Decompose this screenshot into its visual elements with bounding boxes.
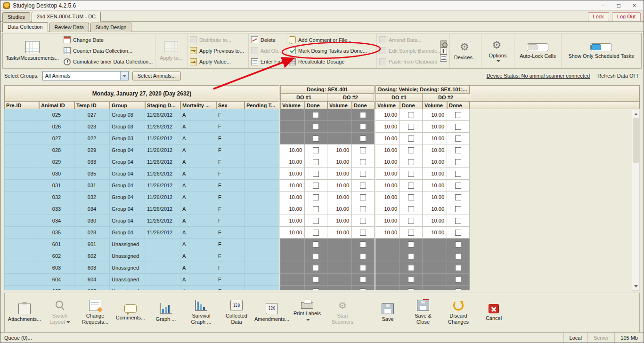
- cell-mortality[interactable]: A: [180, 262, 216, 274]
- cell-dose-volume[interactable]: [280, 109, 305, 121]
- cell-pending-tasks[interactable]: [245, 227, 279, 239]
- cell-group[interactable]: Group 04: [110, 168, 145, 180]
- cell-dose-done[interactable]: [400, 121, 423, 133]
- cell-dose-done[interactable]: [447, 121, 470, 133]
- cell-pending-tasks[interactable]: [245, 239, 279, 250]
- cell-temp-id[interactable]: 032: [74, 191, 110, 203]
- table-row[interactable]: 027022Group 0311/26/2012AF10.0010.00: [4, 133, 640, 144]
- cell-group[interactable]: Unassigned: [110, 239, 145, 250]
- table-row[interactable]: 604604UnassignedAF: [4, 274, 640, 286]
- done-checkbox[interactable]: [313, 265, 319, 271]
- cell-group[interactable]: Group 04: [110, 156, 145, 168]
- cell-dose-volume[interactable]: 10.00: [423, 133, 447, 144]
- cell-dose-volume[interactable]: 10.00: [327, 144, 352, 156]
- cell-group[interactable]: Unassigned: [110, 274, 145, 286]
- cell-pre-id[interactable]: [4, 215, 39, 227]
- cell-dose-volume[interactable]: 10.00: [423, 203, 447, 215]
- cell-pending-tasks[interactable]: [245, 250, 279, 262]
- cell-dose-done[interactable]: [447, 168, 470, 180]
- delete-button[interactable]: Delete: [251, 35, 284, 45]
- cell-animal-id[interactable]: 026: [39, 121, 74, 133]
- add-comment-or-file-button[interactable]: Add Comment or File...: [289, 35, 374, 45]
- cell-group[interactable]: Unassigned: [110, 286, 145, 290]
- table-row[interactable]: 603603UnassignedAF: [4, 262, 640, 274]
- table-row[interactable]: 025027Group 0311/26/2012AF10.0010.00: [4, 109, 640, 121]
- cell-pending-tasks[interactable]: [245, 180, 279, 191]
- bottom-graph-button[interactable]: Graph ...: [151, 303, 181, 322]
- devices-button[interactable]: Devices...: [454, 41, 477, 60]
- cell-dose-volume[interactable]: 10.00: [375, 180, 400, 191]
- cell-dose-done[interactable]: [400, 215, 423, 227]
- cell-dose-done[interactable]: [352, 144, 375, 156]
- done-checkbox[interactable]: [360, 265, 366, 271]
- cell-dose-done[interactable]: [447, 180, 470, 191]
- cell-dose-volume[interactable]: 10.00: [280, 144, 305, 156]
- done-checkbox[interactable]: [408, 194, 414, 200]
- cell-dose-volume[interactable]: [423, 262, 447, 274]
- cell-dose-volume[interactable]: [280, 274, 305, 286]
- cell-dose-done[interactable]: [352, 250, 375, 262]
- cell-animal-id[interactable]: 601: [39, 239, 74, 250]
- cell-temp-id[interactable]: 035: [74, 168, 110, 180]
- done-checkbox[interactable]: [360, 183, 366, 189]
- cell-staging-date[interactable]: 11/26/2012: [145, 109, 180, 121]
- done-checkbox[interactable]: [408, 218, 414, 224]
- cell-animal-id[interactable]: 605: [39, 286, 74, 290]
- camera-icon[interactable]: [440, 40, 447, 48]
- cell-dose-volume[interactable]: [280, 133, 305, 144]
- cell-pending-tasks[interactable]: [245, 286, 279, 290]
- cell-animal-id[interactable]: 025: [39, 109, 74, 121]
- bottom-print-labels-button[interactable]: Print Labels: [292, 302, 322, 322]
- cell-dose-volume[interactable]: 10.00: [280, 156, 305, 168]
- cell-dose-volume[interactable]: [327, 286, 352, 290]
- col-header-group[interactable]: Group: [110, 101, 145, 109]
- cell-dose-done[interactable]: [305, 121, 327, 133]
- cell-dose-volume[interactable]: [327, 239, 352, 250]
- col-header-done[interactable]: Done: [447, 101, 470, 109]
- tab-studies[interactable]: Studies: [2, 12, 30, 22]
- cell-dose-volume[interactable]: 10.00: [423, 215, 447, 227]
- cell-pre-id[interactable]: [4, 286, 39, 290]
- cell-dose-done[interactable]: [447, 109, 470, 121]
- done-checkbox[interactable]: [313, 194, 319, 200]
- cell-sex[interactable]: F: [216, 262, 245, 274]
- cell-staging-date[interactable]: 11/26/2012: [145, 156, 180, 168]
- counter-data-collection-button[interactable]: Counter Data Collection...: [64, 46, 153, 56]
- cell-dose-volume[interactable]: 10.00: [280, 180, 305, 191]
- cell-animal-id[interactable]: 029: [39, 156, 74, 168]
- vertical-scrollbar[interactable]: [632, 110, 640, 291]
- maximize-button[interactable]: □: [617, 2, 620, 9]
- cell-dose-volume[interactable]: [327, 274, 352, 286]
- table-row[interactable]: 026023Group 0311/26/2012AF10.0010.00: [4, 121, 640, 133]
- cell-staging-date[interactable]: 11/26/2012: [145, 191, 180, 203]
- done-checkbox[interactable]: [408, 112, 414, 118]
- cell-mortality[interactable]: A: [180, 121, 216, 133]
- cell-pending-tasks[interactable]: [245, 121, 279, 133]
- cell-dose-volume[interactable]: 10.00: [327, 168, 352, 180]
- cell-dose-volume[interactable]: [423, 286, 447, 290]
- cell-dose-done[interactable]: [305, 250, 327, 262]
- cell-temp-id[interactable]: 022: [74, 133, 110, 144]
- cell-dose-volume[interactable]: 10.00: [327, 156, 352, 168]
- col-header-volume[interactable]: Volume: [375, 101, 400, 109]
- cell-animal-id[interactable]: 032: [39, 191, 74, 203]
- cell-dose-done[interactable]: [305, 133, 327, 144]
- cell-dose-done[interactable]: [400, 239, 423, 250]
- bottom-survival-graph-button[interactable]: Survival Graph ...: [186, 300, 216, 325]
- cell-dose-done[interactable]: [352, 156, 375, 168]
- cell-dose-volume[interactable]: 10.00: [423, 121, 447, 133]
- cell-pre-id[interactable]: [4, 121, 39, 133]
- minimize-button[interactable]: –: [602, 2, 605, 9]
- cell-dose-done[interactable]: [352, 227, 375, 239]
- cell-dose-volume[interactable]: 10.00: [375, 227, 400, 239]
- cell-sex[interactable]: F: [216, 109, 245, 121]
- done-checkbox[interactable]: [313, 241, 319, 247]
- cell-pre-id[interactable]: [4, 227, 39, 239]
- cell-mortality[interactable]: A: [180, 239, 216, 250]
- cell-dose-done[interactable]: [447, 227, 470, 239]
- done-checkbox[interactable]: [360, 112, 366, 118]
- cell-group[interactable]: Group 04: [110, 191, 145, 203]
- done-checkbox[interactable]: [313, 230, 319, 236]
- apply-previous-button[interactable]: Apply Previous to...: [190, 46, 246, 56]
- cell-pre-id[interactable]: [4, 109, 39, 121]
